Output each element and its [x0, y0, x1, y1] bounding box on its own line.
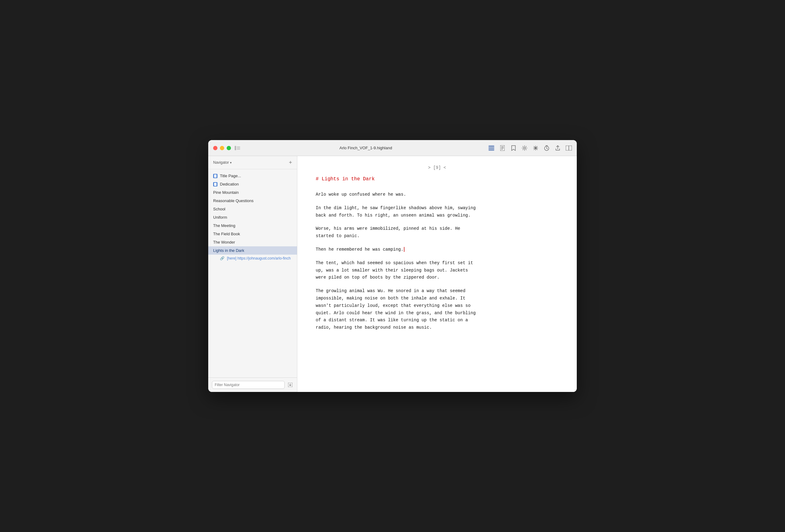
close-button[interactable]	[213, 146, 218, 150]
navigator-label-text: Navigator	[213, 160, 229, 164]
nav-sub-item-link[interactable]: 🔗 [here] https://johnaugust.com/arlo-fin…	[208, 255, 297, 262]
nav-item-reasonable-questions[interactable]: Reasonable Questions	[208, 197, 297, 205]
chevron-down-icon: ▾	[230, 161, 232, 164]
nav-item-school[interactable]: School	[208, 205, 297, 213]
svg-rect-10	[501, 149, 503, 150]
nav-item-the-meeting[interactable]: The Meeting	[208, 222, 297, 230]
svg-rect-9	[501, 148, 504, 148]
text-cursor	[404, 247, 404, 252]
paragraph-text: Worse, his arms were immobilized, pinned…	[316, 226, 460, 238]
paragraph-text: The growling animal was Wu. He snored in…	[316, 288, 476, 330]
add-item-button[interactable]: +	[289, 160, 292, 165]
paragraph-2[interactable]: In the dim light, he saw fingerlike shad…	[316, 205, 506, 219]
svg-rect-4	[489, 146, 494, 147]
nav-item-label: Pine Mountain	[213, 190, 238, 195]
editor-area[interactable]: > [9] < # Lights in the Dark Arlo woke u…	[297, 156, 577, 392]
traffic-lights	[213, 146, 231, 150]
filter-navigator-input[interactable]	[212, 381, 285, 389]
paragraph-text: Arlo woke up confused where he was.	[316, 192, 406, 197]
nav-item-the-field-book[interactable]: The Field Book	[208, 230, 297, 238]
toolbar-icons	[488, 145, 572, 151]
asterisk-icon[interactable]	[533, 145, 539, 151]
nav-item-label: Lights in the Dark	[213, 248, 244, 253]
nav-item-title-page[interactable]: Title Page...	[208, 172, 297, 180]
paragraph-text: The tent, which had seemed so spacious w…	[316, 260, 473, 280]
nav-item-lights-in-the-dark[interactable]: Lights in the Dark	[208, 246, 297, 255]
paragraph-1[interactable]: Arlo woke up confused where he was.	[316, 191, 506, 198]
sidebar-toggle-button[interactable]	[235, 145, 243, 151]
document-view-icon[interactable]	[499, 145, 506, 151]
minimize-button[interactable]	[220, 146, 224, 150]
nav-list: Title Page... Dedication Pine Mountain R…	[208, 169, 297, 378]
paragraph-4[interactable]: Then he remembered he was camping.	[316, 246, 506, 253]
nav-item-dedication[interactable]: Dedication	[208, 180, 297, 188]
paragraph-text: Then he remembered he was camping.	[316, 247, 404, 252]
bookmark-icon[interactable]	[510, 145, 516, 151]
content-area: Navigator ▾ + Title Page...	[208, 156, 577, 392]
nav-sub-item-label: [here] https://johnaugust.com/arlo-finch	[227, 256, 290, 260]
navigator-header: Navigator ▾ +	[208, 156, 297, 169]
paragraph-3[interactable]: Worse, his arms were immobilized, pinned…	[316, 225, 506, 240]
nav-item-label: The Meeting	[213, 223, 235, 228]
nav-item-label: School	[213, 207, 225, 211]
nav-item-uniform[interactable]: Uniform	[208, 213, 297, 222]
export-navigator-button[interactable]	[287, 382, 293, 388]
svg-rect-16	[214, 183, 217, 186]
nav-item-label: Reasonable Questions	[213, 198, 254, 203]
svg-rect-8	[501, 147, 504, 147]
svg-rect-1	[237, 147, 240, 147]
nav-item-label: The Field Book	[213, 232, 240, 236]
paragraph-5[interactable]: The tent, which had seemed so spacious w…	[316, 259, 506, 281]
svg-rect-6	[489, 150, 494, 150]
list-view-icon[interactable]	[488, 145, 495, 151]
svg-rect-0	[235, 146, 236, 150]
page-icon	[213, 182, 218, 186]
window-title: Arlo Finch_VOF_1-9.highland	[243, 146, 488, 150]
paragraph-6[interactable]: The growling animal was Wu. He snored in…	[316, 287, 506, 331]
svg-rect-15	[214, 175, 217, 178]
nav-item-pine-mountain[interactable]: Pine Mountain	[208, 188, 297, 197]
svg-rect-5	[489, 148, 494, 148]
nav-item-label: The Wonder	[213, 240, 235, 245]
page-navigation: > [9] <	[316, 165, 558, 170]
svg-rect-2	[237, 148, 240, 148]
svg-point-11	[524, 147, 526, 149]
gear-icon[interactable]	[522, 145, 528, 151]
link-icon: 🔗	[220, 256, 225, 260]
page-icon	[213, 174, 218, 178]
svg-rect-3	[237, 149, 240, 150]
nav-item-label: Dedication	[220, 182, 238, 186]
app-window: Arlo Finch_VOF_1-9.highland	[208, 140, 577, 392]
split-view-icon[interactable]	[566, 145, 572, 151]
nav-item-the-wonder[interactable]: The Wonder	[208, 238, 297, 246]
nav-item-label: Uniform	[213, 215, 227, 220]
maximize-button[interactable]	[227, 146, 231, 150]
filter-area	[208, 378, 297, 392]
chapter-title: # Lights in the Dark	[316, 176, 558, 182]
nav-item-label: Title Page...	[220, 174, 241, 178]
sidebar: Navigator ▾ + Title Page...	[208, 156, 297, 392]
titlebar: Arlo Finch_VOF_1-9.highland	[208, 140, 577, 156]
share-icon[interactable]	[555, 145, 561, 151]
paragraph-text: In the dim light, he saw fingerlike shad…	[316, 205, 476, 218]
navigator-dropdown[interactable]: Navigator ▾	[213, 160, 232, 164]
timer-icon[interactable]	[543, 145, 550, 151]
